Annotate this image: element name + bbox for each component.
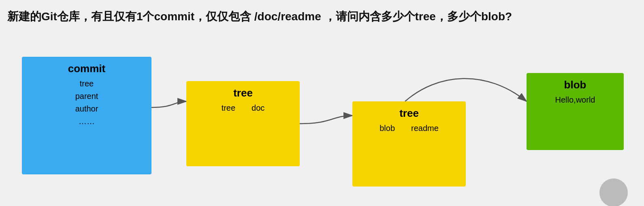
- question-text: 新建的Git仓库，有且仅有1个commit，仅仅包含 /doc/readme ，…: [7, 9, 512, 24]
- commit-item-author: author: [75, 104, 98, 114]
- tree1-box-items: tree doc: [222, 103, 265, 113]
- diagram: commit tree parent author …… tree tree d…: [0, 49, 644, 203]
- blob-box-title: blob: [564, 79, 586, 91]
- tree1-item-tree: tree: [222, 103, 235, 113]
- tree2-item-readme: readme: [411, 124, 439, 133]
- tree1-item-doc: doc: [252, 103, 264, 113]
- blob-item-content: Hello,world: [555, 95, 595, 105]
- commit-item-ellipsis: ……: [79, 117, 95, 126]
- tree1-box-title: tree: [233, 87, 253, 99]
- blob-box: blob Hello,world: [527, 73, 624, 150]
- tree2-box-title: tree: [399, 107, 419, 120]
- tree2-box: tree blob readme: [352, 101, 466, 187]
- commit-box-title: commit: [68, 62, 105, 75]
- avatar-hint: [599, 178, 628, 206]
- tree2-box-items: blob readme: [380, 124, 439, 133]
- commit-item-parent: parent: [75, 92, 98, 101]
- tree2-item-blob: blob: [380, 124, 395, 133]
- commit-item-tree: tree: [80, 79, 94, 88]
- blob-box-content: Hello,world: [555, 95, 595, 105]
- tree1-box: tree tree doc: [186, 81, 300, 166]
- commit-box-items: tree parent author ……: [75, 79, 98, 126]
- commit-box: commit tree parent author ……: [22, 57, 151, 174]
